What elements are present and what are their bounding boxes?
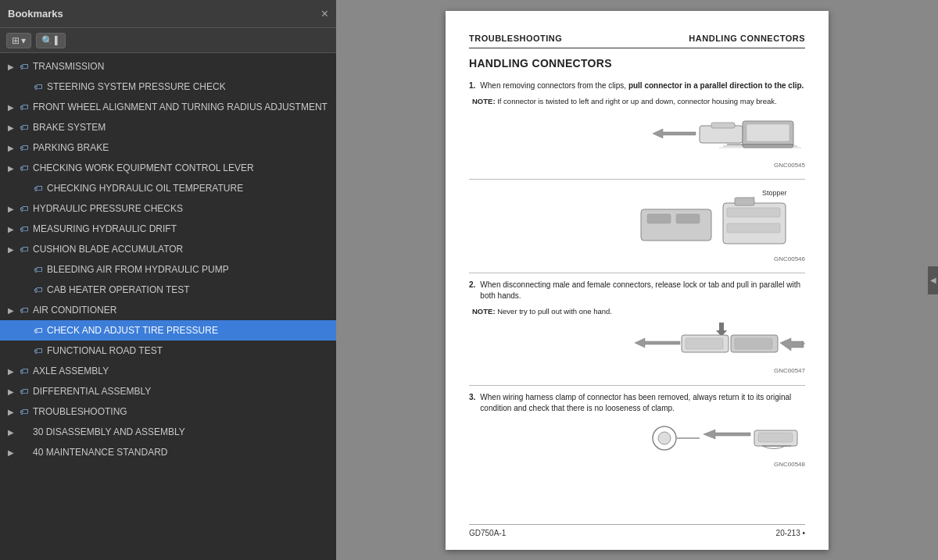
expand-icon-troubleshooting[interactable]: ▶ [5,408,17,416]
figure-gnc00545-area: GNC00545 [469,112,805,173]
bookmark-icon-bleeding: 🏷 [31,265,44,274]
expand-icon-front-wheel[interactable]: ▶ [5,103,17,112]
section-1-text: When removing connectors from the clips,… [480,80,804,91]
sidebar-item-checking-hyd[interactable]: 🏷CHECKING HYDRAULIC OIL TEMPERATURE [0,178,336,198]
section-3-text: When wiring harness clamp of connector h… [480,392,805,414]
sidebar-item-air-cond[interactable]: ▶🏷AIR CONDITIONER [0,300,336,320]
expand-icon-parking[interactable]: ▶ [5,144,17,152]
expand-icon-axle[interactable]: ▶ [5,367,17,376]
section-3-number: 3. [469,392,475,414]
sidebar-item-label-cab-heater: CAB HEATER OPERATION TEST [47,284,190,295]
expand-icon-measuring[interactable]: ▶ [5,225,17,234]
sidebar-item-axle[interactable]: ▶🏷AXLE ASSEMBLY [0,361,336,381]
section-2-number: 2. [469,280,475,301]
sidebar-header: Bookmarks × [0,0,336,28]
svg-marker-0 [653,129,696,138]
figure-gnc00546-area: Stopper GNC00546 [469,186,805,266]
section-3: 3. When wiring harness clamp of connecto… [469,392,805,414]
search-button[interactable]: 🔍 ▌ [36,33,66,48]
sidebar-item-label-transmission: TRANSMISSION [33,61,104,72]
sidebar-item-label-measuring: MEASURING HYDRAULIC DRIFT [33,223,177,234]
divider-3 [469,385,805,386]
section-1: 1. When removing connectors from the cli… [469,80,805,91]
svg-marker-17 [716,323,727,337]
sidebar-item-differential[interactable]: ▶🏷DIFFERENTIAL ASSEMBLY [0,381,336,401]
sidebar-item-front-wheel[interactable]: ▶🏷FRONT WHEEL ALIGNMENT AND TURNING RADI… [0,97,336,117]
figure-gnc00546-caption: GNC00546 [774,255,805,263]
sidebar-item-checking-work[interactable]: ▶🏷CHECKING WORK EQUIPMENT CONTROL LEVER [0,158,336,178]
sidebar-item-steering[interactable]: 🏷STEERING SYSTEM PRESSURE CHECK [0,77,336,97]
footer-right: 20-213 • [776,528,805,539]
divider-2 [469,273,805,273]
expand-icon-air-cond[interactable]: ▶ [5,306,17,315]
sidebar-item-label-hydraulic-pressure: HYDRAULIC PRESSURE CHECKS [33,203,183,214]
bookmark-icon-front-wheel: 🏷 [17,102,30,112]
expand-icon-checking-work[interactable]: ▶ [5,164,17,173]
doc-header-left: TROUBLESHOOTING [469,33,562,45]
figure-gnc00547 [633,321,805,364]
footer-left: GD750A-1 [469,528,506,539]
dropdown-arrow: ▾ [21,35,26,46]
doc-main-title: HANDLING CONNECTORS [469,56,805,72]
svg-rect-20 [686,338,723,349]
expand-icon-transmission[interactable]: ▶ [5,62,17,71]
note-1: NOTE: If connector is twisted to left an… [469,96,805,106]
sidebar-item-label-axle: AXLE ASSEMBLY [33,366,109,376]
sidebar-item-label-front-wheel: FRONT WHEEL ALIGNMENT AND TURNING RADIUS… [33,102,328,112]
sidebar-toolbar: ⊞ ▾ 🔍 ▌ [0,28,336,53]
doc-header: TROUBLESHOOTING HANDLING CONNECTORS [469,33,805,48]
bookmark-icon-cushion: 🏷 [17,244,30,254]
figure-gnc00548-area: GNC00548 [469,419,805,472]
sidebar-item-troubleshooting[interactable]: ▶🏷TROUBLESHOOTING [0,401,336,422]
sidebar-item-label-brake: BRAKE SYSTEM [33,122,106,133]
expand-icon-brake[interactable]: ▶ [5,123,17,132]
figure-gnc00548-caption: GNC00548 [774,460,805,469]
svg-rect-14 [727,208,780,217]
figure-gnc00547-area: GNC00547 [469,321,805,378]
svg-rect-15 [727,223,780,233]
expand-icon-cushion[interactable]: ▶ [5,245,17,254]
sidebar-item-check-tire[interactable]: 🏷CHECK AND ADJUST TIRE PRESSURE [0,320,336,341]
bookmark-icon-differential: 🏷 [17,387,30,396]
divider-1 [469,179,805,180]
sidebar-item-maintenance[interactable]: ▶40 MAINTENANCE STANDARD [0,442,336,462]
section-2: 2. When disconnecting male and female co… [469,280,805,301]
figure-gnc00546: Stopper [633,186,805,252]
bookmark-icon-checking-work: 🏷 [17,163,30,173]
sidebar-item-label-parking: PARKING BRAKE [33,142,109,153]
sidebar-item-measuring[interactable]: ▶🏷MEASURING HYDRAULIC DRIFT [0,219,336,239]
collapse-sidebar-button[interactable]: ◀ [928,266,938,294]
expand-icon-disassembly[interactable]: ▶ [5,428,17,437]
sidebar-item-hydraulic-pressure[interactable]: ▶🏷HYDRAULIC PRESSURE CHECKS [0,198,336,219]
expand-icon-hydraulic-pressure[interactable]: ▶ [5,205,17,213]
sidebar-item-cab-heater[interactable]: 🏷CAB HEATER OPERATION TEST [0,280,336,300]
sidebar-title: Bookmarks [8,8,63,20]
sidebar-item-transmission[interactable]: ▶🏷TRANSMISSION [0,56,336,77]
bookmark-icon-checking-hyd: 🏷 [31,184,44,193]
sidebar-item-label-troubleshooting: TROUBLESHOOTING [33,406,127,417]
expand-icon-differential[interactable]: ▶ [5,387,17,396]
figure-gnc00547-caption: GNC00547 [774,366,805,375]
main-content: TROUBLESHOOTING HANDLING CONNECTORS HAND… [336,0,938,560]
bookmark-icon-steering: 🏷 [31,82,44,91]
close-icon[interactable]: × [321,8,328,20]
sidebar-item-functional[interactable]: 🏷FUNCTIONAL ROAD TEST [0,341,336,361]
expand-icon-maintenance[interactable]: ▶ [5,448,17,457]
sidebar-item-label-differential: DIFFERENTIAL ASSEMBLY [33,386,151,397]
sidebar-content: ▶🏷TRANSMISSION🏷STEERING SYSTEM PRESSURE … [0,53,336,560]
svg-rect-12 [676,214,700,223]
grid-icon: ⊞ [12,35,20,46]
sidebar-item-cushion[interactable]: ▶🏷CUSHION BLADE ACCUMULATOR [0,239,336,259]
sidebar-item-label-check-tire: CHECK AND ADJUST TIRE PRESSURE [47,325,218,336]
sidebar-item-disassembly[interactable]: ▶30 DISASSEMBLY AND ASSEMBLY [0,422,336,442]
sidebar-item-bleeding[interactable]: 🏷BLEEDING AIR FROM HYDRAULIC PUMP [0,259,336,280]
sidebar-item-brake[interactable]: ▶🏷BRAKE SYSTEM [0,117,336,137]
grid-view-button[interactable]: ⊞ ▾ [6,33,31,48]
svg-text:Stopper: Stopper [762,189,787,197]
figure-gnc00548 [641,419,805,458]
bookmark-icon-parking: 🏷 [17,143,30,152]
svg-rect-2 [711,123,735,128]
sidebar-item-parking[interactable]: ▶🏷PARKING BRAKE [0,137,336,158]
svg-point-25 [658,432,671,444]
sidebar-item-label-disassembly: 30 DISASSEMBLY AND ASSEMBLY [33,426,185,437]
